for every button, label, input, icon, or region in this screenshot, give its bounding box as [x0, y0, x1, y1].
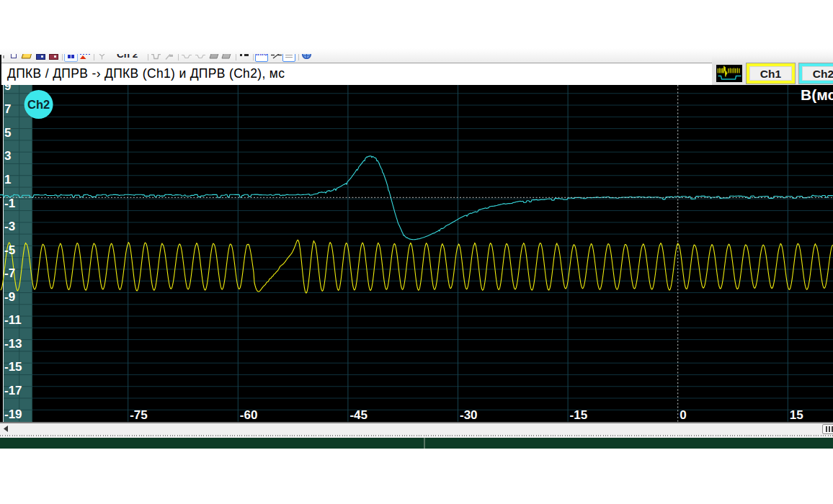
svg-text:-5: -5 — [4, 243, 15, 257]
svg-text:-19: -19 — [4, 408, 22, 421]
svg-text:-60: -60 — [240, 408, 258, 422]
svg-text:-11: -11 — [4, 313, 22, 327]
svg-text:-15: -15 — [4, 360, 22, 374]
svg-text:В(мс: В(мс — [801, 86, 833, 103]
svg-text:-1: -1 — [4, 197, 15, 210]
svg-text:Ch2: Ch2 — [27, 98, 50, 111]
svg-text:-7: -7 — [4, 266, 15, 280]
svg-text:-9: -9 — [4, 290, 15, 304]
svg-text:-45: -45 — [349, 408, 368, 422]
svg-text:-15: -15 — [570, 408, 588, 422]
svg-text:-75: -75 — [130, 408, 148, 422]
svg-text:9: 9 — [4, 85, 11, 93]
svg-text:-13: -13 — [4, 337, 22, 351]
svg-text:0: 0 — [680, 408, 686, 422]
svg-text:1: 1 — [4, 173, 11, 186]
svg-text:-17: -17 — [4, 384, 22, 397]
svg-text:3: 3 — [4, 149, 11, 163]
svg-text:7: 7 — [4, 102, 11, 116]
svg-text:15: 15 — [790, 408, 803, 422]
svg-text:5: 5 — [4, 126, 11, 140]
svg-text:-30: -30 — [460, 408, 478, 422]
svg-text:-3: -3 — [4, 220, 15, 233]
